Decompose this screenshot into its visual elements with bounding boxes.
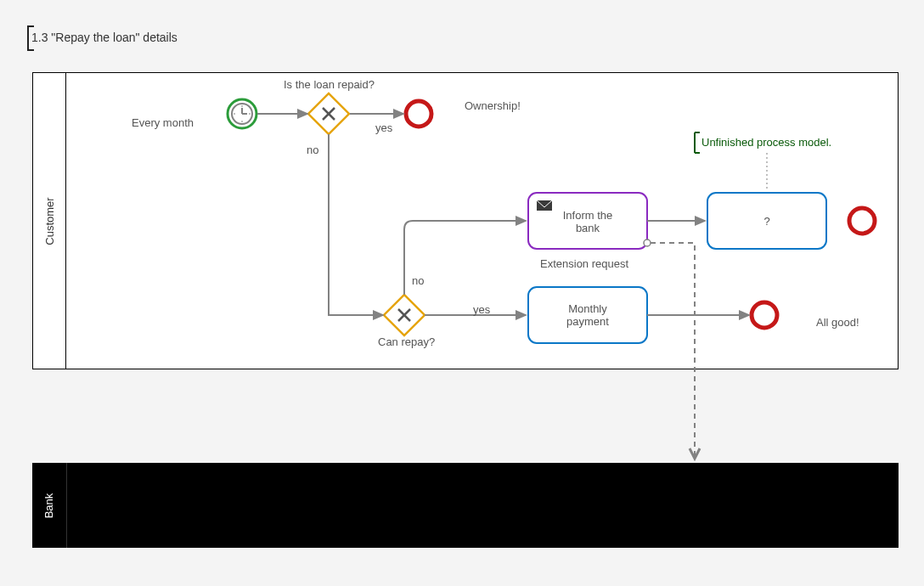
gateway-loan-repaid: [308, 93, 349, 134]
task-monthly-payment: Monthlypayment: [528, 287, 647, 343]
svg-point-11: [406, 101, 431, 127]
end-event-allgood: [752, 302, 777, 328]
end-ownership-label: Ownership!: [465, 99, 521, 112]
end-allgood-label: All good!: [816, 316, 859, 329]
gateway2-yes: yes: [473, 303, 490, 316]
annotation-text: Unfinished process model.: [701, 136, 831, 149]
envelope-icon: [537, 200, 552, 211]
task-unknown: ?: [707, 193, 826, 249]
bpmn-canvas: Inform thebank ? Monthlypayment: [0, 0, 924, 586]
start-event-label: Every month: [132, 116, 194, 129]
gateway1-no: no: [307, 144, 318, 156]
gateway1-yes: yes: [375, 121, 392, 134]
page: 1.3 "Repay the loan" details Customer Ba…: [0, 0, 924, 586]
timer-start-event: [228, 99, 256, 128]
gateway2-no: no: [412, 274, 424, 287]
task-inform-bank: Inform thebank: [528, 193, 647, 249]
svg-point-18: [849, 208, 875, 234]
gateway-can-repay: [384, 295, 425, 335]
gateway1-label: Is the loan repaid?: [284, 78, 375, 91]
task-label: ?: [763, 215, 769, 228]
inform-bank-caption: Extension request: [540, 257, 628, 270]
svg-point-21: [644, 239, 651, 246]
message-flow-inform-bank: [644, 239, 695, 459]
svg-point-20: [752, 302, 777, 328]
task-label: Monthlypayment: [566, 302, 609, 328]
flow-g1-no: [329, 134, 383, 315]
gateway2-label: Can repay?: [378, 335, 435, 348]
end-event-ownership: [406, 101, 431, 127]
end-event-unknown: [849, 208, 875, 234]
